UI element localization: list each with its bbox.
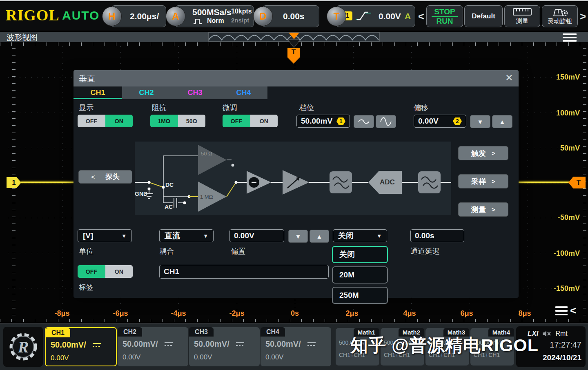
horizontal-knob[interactable]: H (102, 7, 122, 26)
channel-card-ch1[interactable]: CH1 50.00mV/ 0.00V (45, 327, 117, 366)
measure-side-button[interactable]: 测量 > (458, 202, 508, 217)
tag-off[interactable]: OFF (78, 265, 105, 278)
gridline (62, 46, 62, 315)
fine-off[interactable]: OFF (223, 115, 250, 127)
measure-label: 测量 (516, 17, 528, 25)
default-label: Default (472, 12, 495, 20)
bias-down-button[interactable]: ▼ (288, 230, 308, 243)
flex-knob-button[interactable]: 灵动旋钮 (542, 5, 578, 27)
unit-dropdown[interactable]: [V] ▼ (78, 229, 132, 242)
scale-large-wave-button[interactable] (376, 115, 396, 128)
time-label: 8μs (510, 309, 539, 318)
horizontal-scale-value: 2.00μs/ (130, 11, 166, 21)
voltage-label: -150mV (543, 284, 580, 293)
circuit-diagram (135, 142, 451, 215)
rigol-gear-logo[interactable]: R (3, 327, 43, 367)
coupling-dropdown[interactable]: 直流 ▼ (159, 229, 214, 242)
viewbar-menu-icon[interactable] (563, 33, 577, 42)
preview-trigger-marker[interactable] (289, 33, 299, 39)
view-title: 波形视图 (7, 32, 38, 43)
stop-run-button[interactable]: STOP RUN (426, 5, 463, 27)
scale-knob-badge: 1 (336, 117, 345, 125)
default-button[interactable]: Default (464, 5, 503, 27)
ch4-scale: 50.00mV/ (265, 339, 301, 349)
trigger-level: 0.00V (379, 11, 401, 21)
voltage-label: 150mV (543, 73, 580, 82)
chevron-right-icon: > (492, 150, 495, 157)
sample-side-button[interactable]: 采样 > (458, 174, 508, 188)
probe-label: 探头 (105, 172, 119, 182)
display-toggle[interactable]: OFF ON (78, 115, 133, 127)
trigger-side-button[interactable]: 触发 > (458, 146, 508, 160)
acquisition-box[interactable]: 500MSa/s Norm 10kpts 2ns/pt (175, 5, 254, 27)
delay-value: 0.00s (415, 231, 434, 240)
acquire-knob[interactable]: A (166, 7, 185, 26)
channel-tabs: CH1 CH2 CH3 CH4 (74, 86, 267, 99)
bandwidth-option-off[interactable]: 关闭 (332, 246, 388, 263)
bandwidth-option-20m[interactable]: 20M (332, 266, 388, 284)
close-icon[interactable]: × (506, 72, 513, 83)
trigger-knob[interactable]: T (327, 7, 346, 26)
tab-ch4[interactable]: CH4 (219, 86, 268, 99)
toolbar-next-icon[interactable]: > (580, 10, 586, 23)
delay-field[interactable]: 0.00s (410, 229, 464, 242)
ch3-offset: 0.00V (194, 353, 212, 361)
probe-back-icon: < (91, 173, 95, 180)
trigger-box[interactable]: 1 0.00V A (336, 5, 415, 27)
channel1-trace-left (20, 182, 74, 183)
ac-label: AC (165, 204, 173, 210)
bandwidth-option-250m[interactable]: 250M (332, 287, 388, 304)
tag-on[interactable]: ON (105, 265, 133, 278)
display-label: 显示 (79, 103, 94, 113)
channel-card-ch2[interactable]: CH2 50.00mV/ 0.00V (118, 327, 188, 366)
offset-up-button[interactable]: ▲ (492, 115, 512, 128)
chevron-right-icon: > (492, 206, 495, 213)
time-label: -6μs (106, 309, 135, 318)
display-off[interactable]: OFF (78, 115, 105, 127)
scale-small-wave-button[interactable] (354, 115, 374, 128)
bias-field[interactable]: 0.00V (229, 229, 284, 242)
tab-ch3[interactable]: CH3 (171, 86, 219, 99)
dialog-header[interactable]: 垂直 × (74, 70, 519, 86)
grid-menu-icon[interactable]: < (555, 304, 576, 317)
impedance-50[interactable]: 50Ω (178, 115, 206, 127)
caret-down-icon: ▼ (376, 233, 382, 239)
ruler-icon (513, 8, 532, 16)
fine-toggle[interactable]: OFF ON (223, 115, 278, 127)
channel-card-ch3[interactable]: CH3 50.00mV/ 0.00V (189, 327, 260, 366)
trigger-level-marker[interactable]: T (568, 177, 586, 188)
offset-down-button[interactable]: ▼ (470, 115, 490, 128)
square-wave-icon (193, 18, 205, 25)
tag-toggle[interactable]: OFF ON (78, 265, 133, 278)
trigger-position-flag[interactable]: T (287, 48, 300, 64)
impedance-1m[interactable]: 1MΩ (150, 115, 178, 127)
remote-indicator: Rmt (555, 330, 567, 337)
toolbar-prev-icon[interactable]: < (418, 10, 424, 23)
large-sine-icon (380, 117, 392, 126)
impedance-toggle[interactable]: 1MΩ 50Ω (150, 115, 205, 127)
bandwidth-dropdown[interactable]: 关闭 ▼ (333, 229, 387, 242)
fine-on[interactable]: ON (250, 115, 278, 127)
probe-button[interactable]: < 探头 (78, 170, 132, 184)
tag-text-input[interactable]: CH1 (159, 265, 329, 279)
channel-card-ch4[interactable]: CH4 50.00mV/ 0.00V (261, 327, 331, 366)
tab-ch1[interactable]: CH1 (74, 86, 122, 99)
delay-knob[interactable]: D (253, 7, 273, 26)
bandwidth-options-list: 关闭 20M 250M (332, 246, 388, 307)
tab-ch2[interactable]: CH2 (122, 86, 171, 99)
ch2-tab: CH2 (118, 327, 142, 337)
display-on[interactable]: ON (105, 115, 133, 127)
channel1-marker[interactable]: 1 (7, 177, 21, 188)
trigger-sweep: A (405, 11, 411, 21)
trigger-side-label: 触发 (471, 148, 486, 158)
scale-field[interactable]: 50.00mV 1 (296, 115, 350, 128)
vertical-dialog: 垂直 × CH1 CH2 CH3 CH4 显示 阻抗 微调 档位 偏移 OFF … (74, 70, 519, 298)
time-label: 2μs (338, 309, 366, 318)
offset-field[interactable]: 0.00V 2 (414, 115, 466, 128)
ch1-tab: CH1 (46, 328, 70, 337)
acquire-mode-indicator: AUTO (62, 9, 100, 22)
stop-label: STOP (434, 8, 455, 16)
unit-label: 单位 (79, 246, 94, 256)
bias-up-button[interactable]: ▲ (310, 230, 329, 243)
measure-button[interactable]: 测量 (504, 5, 540, 27)
